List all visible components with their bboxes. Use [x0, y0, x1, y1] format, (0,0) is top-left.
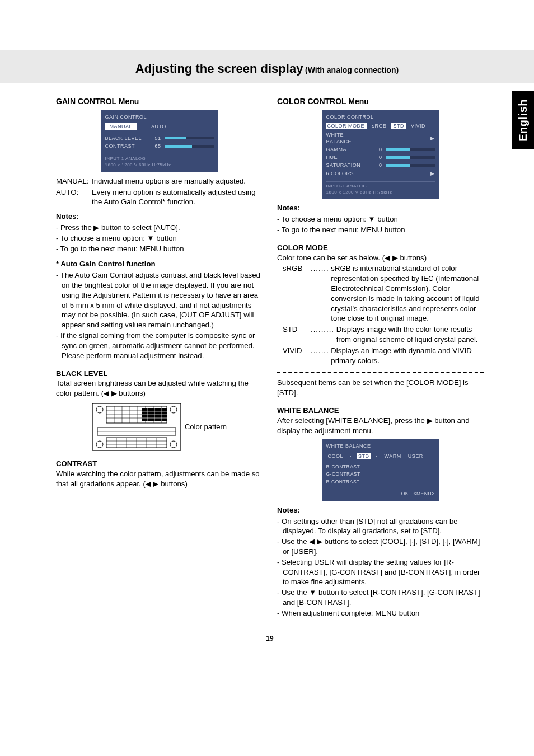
svg-point-2	[170, 406, 177, 413]
wb-osd-options: COOL · STD · WARM USER	[326, 453, 435, 459]
color-osd-whitebalance: WHITE BALANCE	[326, 132, 370, 145]
gain-osd-row-contrast: CONTRAST 65	[105, 143, 214, 149]
black-level-heading: BLACK LEVEL	[56, 369, 263, 379]
color-mode-std: STD	[391, 123, 407, 129]
list-item: To choose a menu option: ▼ button	[277, 214, 484, 224]
list-item: On settings other than [STD] not all gra…	[277, 516, 484, 537]
mode-def-srgb: sRGB is international standard of color …	[331, 264, 484, 323]
color-osd-foot-res: 1600 x 1200 V:60Hz H:75kHz	[326, 190, 435, 196]
slider-bar	[386, 164, 435, 167]
color-pattern-icon	[92, 403, 181, 451]
gain-osd-tab-auto: AUTO	[147, 123, 171, 130]
dots: .......	[311, 346, 329, 366]
color-mode-list: sRGB....... sRGB is international standa…	[277, 264, 484, 365]
auto-gain-list: The Auto Gain Control adjusts contrast a…	[56, 270, 263, 360]
black-level-body: Total screen brightness can be adjusted …	[56, 378, 263, 398]
list-item: To go to the next menu: MENU button	[56, 244, 263, 254]
color-menu-title: COLOR CONTROL Menu	[277, 96, 484, 107]
color-pattern-caption: Color pattern	[185, 422, 227, 432]
wb-opt-cool: COOL	[326, 453, 345, 459]
wb-opt-user: USER	[406, 453, 425, 459]
wb-osd-ok: OK···<MENU>	[326, 491, 435, 497]
svg-point-4	[170, 441, 177, 448]
slider-bar	[386, 156, 435, 159]
language-tab: English	[512, 91, 534, 149]
header-band: Adjusting the screen display (With analo…	[0, 50, 534, 83]
color-notes-heading: Notes:	[277, 203, 484, 213]
list-item: If the signal coming from the computer i…	[56, 331, 263, 360]
auto-gain-heading: * Auto Gain Control function	[56, 259, 263, 269]
list-item: Press the ▶ button to select [AUTO].	[56, 223, 263, 233]
mode-term-vivid: VIVID	[283, 346, 311, 366]
page-subtitle: (With analog connection)	[305, 65, 399, 74]
gain-osd-blacklevel-value: 51	[152, 135, 161, 142]
wb-item-b: B-CONTRAST	[326, 479, 435, 485]
wb-notes-heading: Notes:	[277, 505, 484, 515]
wb-item-r: R-CONTRAST	[326, 464, 435, 470]
mode-term-srgb: sRGB	[283, 264, 311, 323]
gain-osd-contrast-label: CONTRAST	[105, 143, 149, 149]
color-mode-vivid: VIVID	[409, 123, 428, 129]
mode-def-std: Displays image with the color tone resul…	[336, 325, 484, 345]
gain-notes-heading: Notes:	[56, 212, 263, 222]
right-column: COLOR CONTROL Menu COLOR CONTROL COLOR M…	[277, 94, 484, 619]
left-column: GAIN CONTROL Menu GAIN CONTROL MANUAL AU…	[56, 94, 263, 619]
gain-notes-list: Press the ▶ button to select [AUTO]. To …	[56, 223, 263, 253]
wb-osd-title: WHITE BALANCE	[326, 443, 435, 449]
gain-osd-contrast-value: 65	[152, 143, 161, 149]
wb-opt-warm: WARM	[383, 453, 403, 459]
gain-osd-footer: INPUT-1 ANALOG 1600 x 1200 V:60Hz H:75kH…	[105, 154, 214, 168]
color-mode-srgb: sRGB	[370, 123, 389, 129]
wb-notes-list: On settings other than [STD] not all gra…	[277, 516, 484, 618]
color-osd-colormode-label: COLOR MODE	[326, 123, 367, 129]
slider-bar	[386, 148, 435, 151]
color-pattern-figure: Color pattern	[56, 403, 263, 451]
def-body-manual: Individual menu options are manually adj…	[92, 176, 263, 186]
svg-point-1	[96, 406, 103, 413]
slider-bar	[165, 145, 214, 148]
color-osd: COLOR CONTROL COLOR MODE sRGB STD VIVID …	[322, 110, 439, 199]
list-item: When adjustment complete: MENU button	[277, 608, 484, 618]
list-item: To choose a menu option: ▼ button	[56, 233, 263, 243]
color-osd-hue-label: HUE	[326, 154, 370, 161]
wb-opt-std: STD	[357, 453, 371, 459]
color-osd-6colors: 6 COLORS	[326, 170, 370, 177]
white-balance-osd: WHITE BALANCE COOL · STD · WARM USER R-C…	[322, 439, 439, 501]
subsequent-note: Subsequent items can be set when the [CO…	[277, 378, 484, 398]
gain-osd-foot-input: INPUT-1 ANALOG	[105, 156, 214, 162]
gain-osd: GAIN CONTROL MANUAL AUTO BLACK LEVEL 51 …	[101, 110, 218, 172]
gain-osd-title: GAIN CONTROL	[105, 114, 214, 120]
color-mode-heading: COLOR MODE	[277, 243, 484, 253]
wb-opt-dot: ·	[374, 453, 380, 459]
contrast-heading: CONTRAST	[56, 459, 263, 469]
gain-osd-blacklevel-label: BLACK LEVEL	[105, 135, 149, 142]
white-balance-heading: WHITE BALANCE	[277, 406, 484, 416]
dots: .......	[311, 264, 329, 323]
svg-point-3	[96, 441, 103, 448]
gain-definitions: MANUAL: Individual menu options are manu…	[56, 176, 263, 207]
color-osd-hue-value: 0	[373, 154, 382, 161]
wb-opt-dot: ·	[348, 453, 353, 459]
color-osd-gamma-label: GAMMA	[326, 146, 370, 153]
arrow-right-icon: ▶	[430, 170, 435, 177]
page-number: 19	[56, 634, 484, 643]
color-osd-title: COLOR CONTROL	[326, 114, 435, 120]
page-title: Adjusting the screen display	[135, 62, 303, 76]
dots: .........	[311, 325, 334, 345]
white-balance-body: After selecting [WHITE BALANCE], press t…	[277, 416, 484, 436]
color-mode-intro: Color tone can be set as below. (◀ ▶ but…	[277, 253, 484, 263]
gain-osd-foot-res: 1600 x 1200 V:60Hz H:75kHz	[105, 162, 214, 168]
mode-def-vivid: Displays an image with dynamic and VIVID…	[331, 346, 484, 366]
def-term-auto: AUTO:	[56, 187, 92, 208]
slider-bar	[165, 137, 214, 139]
gain-osd-tab-manual: MANUAL	[105, 123, 137, 130]
list-item: The Auto Gain Control adjusts contrast a…	[56, 270, 263, 330]
list-item: Selecting USER will display the setting …	[277, 557, 484, 587]
color-osd-saturation-label: SATURATION	[326, 162, 370, 168]
gain-menu-title: GAIN CONTROL Menu	[56, 96, 263, 107]
def-body-auto: Every menu option is automatically adjus…	[92, 187, 263, 208]
list-item: Use the ◀ ▶ buttons to select [COOL], [·…	[277, 537, 484, 557]
dashed-divider	[277, 372, 484, 373]
color-osd-mode-list: sRGB STD VIVID	[370, 123, 428, 129]
color-osd-gamma-value: 0	[373, 146, 382, 153]
